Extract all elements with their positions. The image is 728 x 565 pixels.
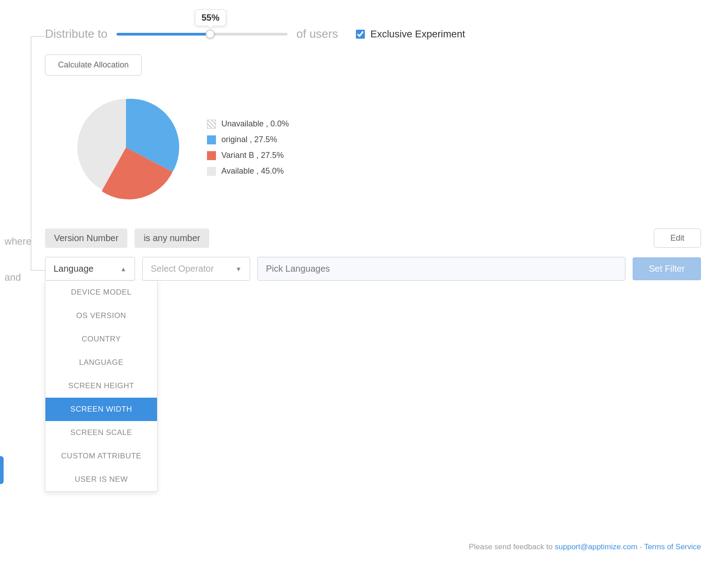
set-filter-button[interactable]: Set Filter (633, 257, 701, 280)
dropdown-item-device-model[interactable]: DEVICE MODEL (45, 281, 157, 304)
chart-section: Unavailable , 0.0% original , 27.5% Vari… (72, 94, 701, 202)
distribute-label: Distribute to (45, 27, 108, 41)
dropdown-item-screen-width[interactable]: SCREEN WIDTH (45, 398, 157, 421)
footer-terms[interactable]: Terms of Service (644, 543, 701, 551)
main-container: Distribute to 55% of users Exclusive Exp… (0, 0, 728, 565)
where-label: where (4, 236, 31, 247)
language-row: Language ▲ DEVICE MODEL OS VERSION COUNT… (45, 257, 701, 281)
calculate-allocation-button[interactable]: Calculate Allocation (45, 54, 142, 76)
slider-tooltip: 55% (195, 9, 226, 26)
left-horizontal-line-top (31, 36, 45, 37)
filter-section: where Version Number is any number Edit … (45, 229, 701, 281)
arrow-up-icon: ▲ (120, 265, 126, 273)
legend-color-variant-b (207, 151, 216, 160)
legend-label-available: Available , 45.0% (221, 166, 284, 176)
legend-color-unavailable (207, 120, 216, 129)
footer-email[interactable]: support@apptimize.com (555, 543, 638, 551)
left-vertical-line (31, 36, 31, 270)
allocation-slider[interactable] (117, 33, 288, 36)
pick-languages-input[interactable] (257, 257, 625, 281)
dropdown-menu: DEVICE MODEL OS VERSION COUNTRY LANGUAGE… (45, 281, 157, 492)
dropdown-item-country[interactable]: COUNTRY (45, 327, 157, 351)
operator-dropdown[interactable]: Select Operator ▼ (142, 257, 250, 281)
language-dropdown-wrapper: Language ▲ DEVICE MODEL OS VERSION COUNT… (45, 257, 135, 281)
legend-item-available: Available , 45.0% (207, 166, 289, 176)
version-number-tag: Version Number (45, 229, 127, 248)
language-dropdown-label: Language (54, 264, 94, 274)
dropdown-item-custom-attribute[interactable]: CUSTOM ATTRIBUTE (45, 444, 157, 468)
of-users-label: of users (297, 27, 338, 41)
and-label: and (4, 272, 21, 283)
dropdown-item-language[interactable]: LANGUAGE (45, 351, 157, 374)
dropdown-item-user-is-new[interactable]: USER IS NEW (45, 468, 157, 491)
edit-button[interactable]: Edit (654, 229, 701, 248)
footer-text: Please send feedback to (469, 543, 553, 551)
is-any-number-tag: is any number (135, 229, 209, 248)
footer-separator: - (639, 543, 644, 551)
legend-item-unavailable: Unavailable , 0.0% (207, 119, 289, 129)
legend-label-original: original , 27.5% (221, 135, 277, 144)
chart-legend: Unavailable , 0.0% original , 27.5% Vari… (207, 119, 289, 176)
language-dropdown[interactable]: Language ▲ (45, 257, 135, 281)
left-horizontal-line-bottom (31, 270, 45, 271)
dropdown-item-os-version[interactable]: OS VERSION (45, 304, 157, 327)
dropdown-item-screen-height[interactable]: SCREEN HEIGHT (45, 374, 157, 398)
pie-chart (72, 94, 180, 202)
dropdown-item-screen-scale[interactable]: SCREEN SCALE (45, 421, 157, 444)
legend-color-original (207, 135, 216, 144)
legend-item-variant-b: Variant B , 27.5% (207, 151, 289, 160)
footer: Please send feedback to support@apptimiz… (469, 543, 701, 552)
distribute-row: Distribute to 55% of users Exclusive Exp… (45, 27, 701, 41)
exclusive-label: Exclusive Experiment (370, 28, 465, 40)
slider-container: 55% (117, 33, 288, 36)
back-button[interactable]: ‹ Back (0, 456, 4, 484)
operator-placeholder: Select Operator (151, 264, 214, 274)
legend-label-variant-b: Variant B , 27.5% (221, 151, 284, 160)
exclusive-checkbox[interactable] (356, 30, 365, 39)
arrow-down-icon: ▼ (235, 265, 242, 273)
legend-label-unavailable: Unavailable , 0.0% (221, 119, 289, 129)
legend-item-original: original , 27.5% (207, 135, 289, 144)
exclusive-row: Exclusive Experiment (356, 28, 465, 40)
legend-color-available (207, 167, 216, 176)
condition-row: Version Number is any number Edit (45, 229, 701, 248)
